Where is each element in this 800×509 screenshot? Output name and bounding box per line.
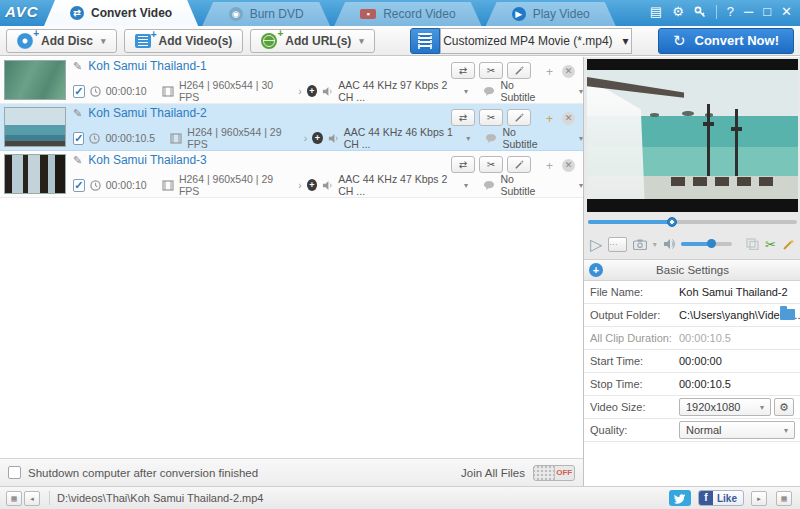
basic-settings-header[interactable]: + Basic Settings bbox=[584, 260, 800, 281]
volume-icon[interactable] bbox=[663, 238, 675, 250]
subtitle-select[interactable]: No Subtitle ▾ bbox=[502, 126, 583, 150]
stop-time-value[interactable]: 00:00:10.5 bbox=[679, 378, 731, 390]
trim-scissors-button[interactable]: ✂ bbox=[479, 62, 503, 79]
speaker-icon bbox=[322, 86, 333, 97]
video-title[interactable]: Koh Samui Thailand-2 bbox=[88, 106, 207, 120]
chevron-down-icon[interactable]: ▾ bbox=[653, 240, 657, 249]
effects-wand-button[interactable] bbox=[507, 62, 531, 79]
convert-row-button[interactable]: ⇄ bbox=[451, 109, 475, 126]
seek-slider[interactable] bbox=[588, 217, 797, 227]
trim-scissors-button[interactable]: ✂ bbox=[479, 156, 503, 173]
remove-icon[interactable]: ✕ bbox=[562, 159, 575, 172]
toolbar-right: Customized MP4 Movie (*.mp4) ▾ ↻ Convert… bbox=[410, 28, 794, 54]
convert-row-button[interactable]: ⇄ bbox=[451, 62, 475, 79]
row-checkbox[interactable]: ✓ bbox=[73, 85, 85, 98]
volume-handle[interactable] bbox=[707, 239, 716, 248]
expand-right-icon[interactable]: ▸ bbox=[751, 491, 767, 506]
convert-row-button[interactable]: ⇄ bbox=[451, 156, 475, 173]
rename-icon[interactable]: ✎ bbox=[73, 107, 82, 120]
add-icon[interactable]: + bbox=[546, 159, 553, 173]
help-button[interactable]: ? bbox=[727, 4, 734, 20]
facebook-like-button[interactable]: f Like bbox=[698, 490, 744, 506]
add-urls-button[interactable]: + Add URL(s) ▾ bbox=[250, 29, 375, 53]
trim-scissors-button[interactable]: ✂ bbox=[479, 109, 503, 126]
tab-play-video[interactable]: ▶ Play Video bbox=[486, 2, 616, 26]
add-disc-button[interactable]: + Add Disc ▾ bbox=[6, 29, 117, 53]
add-icon[interactable]: + bbox=[546, 65, 553, 79]
video-row-1[interactable]: ✎ Koh Samui Thailand-1 ✓ 00:00:10 H264 |… bbox=[0, 57, 583, 104]
audio-track-select[interactable]: AAC 44 KHz 97 Kbps 2 CH ... ▾ bbox=[338, 79, 468, 103]
start-time-value[interactable]: 00:00:00 bbox=[679, 355, 722, 367]
video-thumbnail[interactable] bbox=[4, 107, 66, 147]
row-checkbox[interactable]: ✓ bbox=[73, 132, 84, 145]
seek-handle[interactable] bbox=[667, 217, 677, 227]
video-thumbnail[interactable] bbox=[4, 154, 66, 194]
remove-icon[interactable]: ✕ bbox=[562, 112, 575, 125]
subtitle-select[interactable]: No Subtitle ▾ bbox=[500, 79, 583, 103]
snapshot-camera-button[interactable] bbox=[633, 239, 647, 250]
gear-icon[interactable]: ⚙ bbox=[672, 4, 684, 20]
arrow-icon: › bbox=[304, 132, 308, 144]
row-checkbox[interactable]: ✓ bbox=[73, 179, 85, 192]
subtitle-select[interactable]: No Subtitle ▾ bbox=[500, 173, 583, 197]
shutdown-checkbox[interactable] bbox=[8, 466, 21, 479]
convert-now-button[interactable]: ↻ Convert Now! bbox=[658, 28, 794, 54]
window-controls: ▤ ⚙ ? ─ □ ✕ bbox=[650, 4, 792, 20]
rename-icon[interactable]: ✎ bbox=[73, 154, 82, 167]
maximize-button[interactable]: □ bbox=[763, 4, 771, 20]
audio-track-select[interactable]: AAC 44 KHz 46 Kbps 1 CH ... ▾ bbox=[344, 126, 471, 150]
video-row-3[interactable]: ✎ Koh Samui Thailand-3 ✓ 00:00:10 H264 |… bbox=[0, 151, 583, 198]
join-all-files-toggle[interactable]: OFF bbox=[533, 465, 575, 481]
clip-scissors-button[interactable]: ✂ bbox=[765, 237, 776, 252]
video-preview[interactable] bbox=[587, 59, 798, 212]
clock-icon bbox=[90, 180, 101, 191]
output-profile-select[interactable]: Customized MP4 Movie (*.mp4) ▾ bbox=[440, 28, 632, 54]
film-add-icon: + bbox=[135, 34, 151, 48]
play-button[interactable]: ▷ bbox=[590, 235, 602, 254]
tab-burn-dvd[interactable]: ◉ Burn DVD bbox=[202, 2, 330, 26]
add-icon[interactable]: + bbox=[546, 112, 553, 126]
volume-slider[interactable] bbox=[681, 242, 732, 246]
video-info: H264 | 960x544 | 30 FPS bbox=[179, 79, 283, 103]
file-name-value[interactable]: Koh Samui Thailand-2 bbox=[679, 286, 788, 298]
play-icon: ▶ bbox=[512, 7, 526, 21]
folder-icon[interactable] bbox=[780, 309, 795, 320]
collapse-left-icon[interactable]: ◂ bbox=[24, 491, 40, 506]
video-title[interactable]: Koh Samui Thailand-1 bbox=[88, 59, 207, 73]
close-button[interactable]: ✕ bbox=[781, 4, 792, 20]
profile-icon-button[interactable] bbox=[410, 28, 440, 54]
frame-step-button[interactable]: ⋯ bbox=[608, 237, 626, 252]
reel-icon: + bbox=[312, 132, 322, 144]
globe-add-icon: + bbox=[261, 33, 277, 49]
effects-wand-button[interactable] bbox=[507, 109, 531, 126]
disc-icon: ◉ bbox=[229, 7, 243, 21]
effects-wand-button[interactable] bbox=[782, 238, 795, 251]
video-row-2[interactable]: ✎ Koh Samui Thailand-2 ✓ 00:00:10.5 H264… bbox=[0, 104, 583, 151]
video-thumbnail[interactable] bbox=[4, 60, 66, 100]
panel-toggle-icon[interactable]: ▦ bbox=[776, 491, 792, 506]
crop-button[interactable] bbox=[746, 238, 759, 250]
key-icon[interactable] bbox=[694, 6, 706, 18]
panel-toggle-icon[interactable]: ▦ bbox=[6, 491, 22, 506]
add-videos-button[interactable]: + Add Video(s) bbox=[124, 29, 244, 53]
video-size-gear-button[interactable]: ⚙ bbox=[774, 398, 794, 416]
current-file-path: D:\videos\Thai\Koh Samui Thailand-2.mp4 bbox=[57, 492, 263, 504]
filmstrip-icon bbox=[418, 33, 432, 49]
video-size-select[interactable]: 1920x1080 ▾ bbox=[679, 398, 771, 416]
audio-track-select[interactable]: AAC 44 KHz 47 Kbps 2 CH ... ▾ bbox=[338, 173, 468, 197]
chevron-down-icon: ▾ bbox=[359, 36, 364, 46]
effects-wand-button[interactable] bbox=[507, 156, 531, 173]
plus-circle-icon: + bbox=[589, 263, 603, 277]
rename-icon[interactable]: ✎ bbox=[73, 60, 82, 73]
tab-convert-video[interactable]: ⇄ Convert Video bbox=[44, 0, 198, 26]
subtitle-bubble-icon bbox=[483, 180, 495, 191]
tab-record-video[interactable]: ▪ Record Video bbox=[334, 2, 482, 26]
twitter-button[interactable] bbox=[669, 490, 691, 506]
video-title[interactable]: Koh Samui Thailand-3 bbox=[88, 153, 207, 167]
quick-panel-icon[interactable]: ▤ bbox=[650, 4, 662, 20]
chevron-down-icon: ▾ bbox=[464, 87, 468, 96]
remove-icon[interactable]: ✕ bbox=[562, 65, 575, 78]
duration: 00:00:10 bbox=[106, 85, 147, 97]
minimize-button[interactable]: ─ bbox=[744, 4, 753, 20]
quality-select[interactable]: Normal ▾ bbox=[679, 421, 795, 439]
